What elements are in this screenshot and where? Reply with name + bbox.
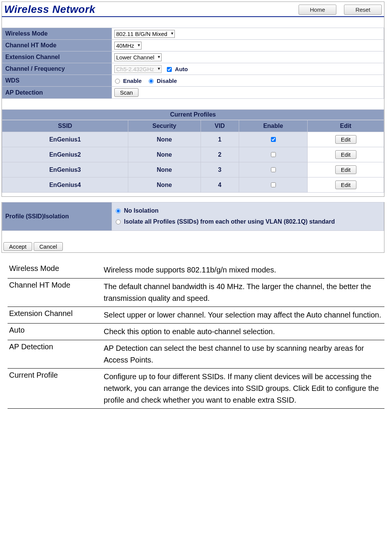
- desc-term: Auto: [8, 324, 102, 340]
- wds-label: WDS: [2, 75, 112, 87]
- no-isolation-radio[interactable]: [116, 209, 121, 213]
- vid-cell: 3: [201, 162, 239, 177]
- col-ssid: SSID: [2, 120, 128, 132]
- no-isolation-label: No Isolation: [124, 207, 159, 214]
- col-security: Security: [128, 120, 201, 132]
- ssid-cell: EnGenius4: [2, 177, 128, 193]
- col-vid: VID: [201, 120, 239, 132]
- table-row: EnGenius2 None 2 Edit: [2, 147, 384, 162]
- channel-frequency-label: Channel / Frequency: [2, 63, 112, 75]
- profile-edit-button[interactable]: Edit: [335, 150, 356, 159]
- channel-frequency-select: Ch5-2.432GHz: [114, 65, 162, 73]
- wireless-network-panel: Wireless Network Home Reset Wireless Mod…: [2, 2, 384, 197]
- desc-def: The default channel bandwidth is 40 MHz.…: [102, 279, 384, 307]
- profile-edit-button[interactable]: Edit: [335, 135, 356, 144]
- isolation-panel: Profile (SSID)Isolation No Isolation Iso…: [2, 202, 384, 253]
- cancel-button[interactable]: Cancel: [34, 242, 63, 251]
- channel-ht-mode-select[interactable]: 40MHz: [114, 42, 142, 50]
- profiles-table: SSID Security VID Enable Edit EnGenius1 …: [2, 120, 384, 193]
- profile-enable-checkbox[interactable]: [271, 152, 276, 157]
- vid-cell: 4: [201, 177, 239, 193]
- wireless-mode-label: Wireless Mode: [2, 28, 112, 40]
- table-row: EnGenius3 None 3 Edit: [2, 162, 384, 177]
- profile-isolation-label: Profile (SSID)Isolation: [2, 202, 112, 231]
- wireless-mode-select[interactable]: 802.11 B/G/N Mixed: [114, 30, 175, 38]
- profile-enable-checkbox[interactable]: [271, 182, 276, 187]
- extension-channel-select[interactable]: Lower Channel: [114, 53, 162, 61]
- wds-disable-radio[interactable]: [149, 79, 154, 84]
- desc-term: Current Profile: [8, 369, 102, 409]
- desc-def: Check this option to enable auto-channel…: [102, 324, 384, 340]
- profile-enable-checkbox[interactable]: [271, 137, 276, 142]
- profile-edit-button[interactable]: Edit: [335, 181, 356, 189]
- ssid-cell: EnGenius2: [2, 147, 128, 162]
- home-button[interactable]: Home: [299, 5, 336, 15]
- profile-enable-checkbox[interactable]: [271, 167, 276, 172]
- security-cell: None: [128, 177, 201, 193]
- settings-table: Wireless Mode 802.11 B/G/N Mixed Channel…: [2, 28, 384, 99]
- descriptions: Wireless Mode Wireless mode supports 802…: [0, 258, 392, 416]
- wds-enable-label: Enable: [123, 78, 142, 84]
- desc-row: AP Detection AP Detection can select the…: [8, 340, 384, 369]
- vid-cell: 2: [201, 147, 239, 162]
- ssid-cell: EnGenius1: [2, 132, 128, 147]
- ssid-cell: EnGenius3: [2, 162, 128, 177]
- desc-def: Wireless mode supports 802.11b/g/n mixed…: [102, 262, 384, 279]
- table-row: EnGenius1 None 1 Edit: [2, 132, 384, 147]
- col-enable: Enable: [239, 120, 308, 132]
- vid-cell: 1: [201, 132, 239, 147]
- desc-term: Extension Channel: [8, 307, 102, 324]
- wds-disable-label: Disable: [157, 78, 177, 84]
- accept-button[interactable]: Accept: [3, 242, 32, 251]
- auto-channel-label: Auto: [175, 66, 188, 72]
- desc-row: Current Profile Configure up to four dif…: [8, 369, 384, 409]
- isolate-all-label: Isolate all Profiles (SSIDs) from each o…: [124, 218, 334, 225]
- desc-def: Select upper or lower channel. Your sele…: [102, 307, 384, 324]
- reset-button[interactable]: Reset: [344, 5, 382, 15]
- auto-channel-checkbox[interactable]: [167, 67, 172, 72]
- desc-term: Wireless Mode: [8, 262, 102, 279]
- wds-enable-radio[interactable]: [115, 79, 120, 84]
- page-title: Wireless Network: [4, 3, 291, 16]
- desc-row: Wireless Mode Wireless mode supports 802…: [8, 262, 384, 279]
- ap-detection-label: AP Detection: [2, 87, 112, 99]
- desc-term: AP Detection: [8, 340, 102, 369]
- isolate-all-radio[interactable]: [116, 219, 121, 224]
- desc-def: Configure up to four different SSIDs. If…: [102, 369, 384, 409]
- desc-def: AP Detection can select the best channel…: [102, 340, 384, 369]
- title-bar: Wireless Network Home Reset: [2, 2, 384, 17]
- scan-button[interactable]: Scan: [114, 88, 138, 97]
- channel-ht-mode-label: Channel HT Mode: [2, 40, 112, 51]
- security-cell: None: [128, 132, 201, 147]
- security-cell: None: [128, 147, 201, 162]
- desc-row: Extension Channel Select upper or lower …: [8, 307, 384, 324]
- col-edit: Edit: [308, 120, 384, 132]
- profile-edit-button[interactable]: Edit: [335, 165, 356, 174]
- desc-row: Channel HT Mode The default channel band…: [8, 279, 384, 307]
- extension-channel-label: Extension Channel: [2, 51, 112, 63]
- security-cell: None: [128, 162, 201, 177]
- current-profiles-title: Current Profiles: [2, 109, 384, 120]
- desc-term: Channel HT Mode: [8, 279, 102, 307]
- desc-row: Auto Check this option to enable auto-ch…: [8, 324, 384, 340]
- table-row: EnGenius4 None 4 Edit: [2, 177, 384, 193]
